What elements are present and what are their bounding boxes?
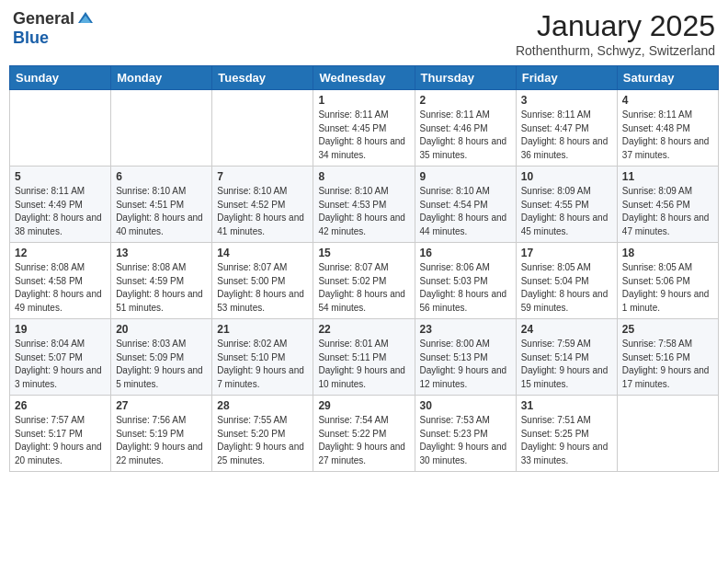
- day-info: Sunrise: 8:10 AMSunset: 4:52 PMDaylight:…: [217, 185, 308, 238]
- week-row-5: 26Sunrise: 7:57 AMSunset: 5:17 PMDayligh…: [10, 396, 719, 472]
- calendar-cell: 16Sunrise: 8:06 AMSunset: 5:03 PMDayligh…: [415, 243, 516, 319]
- day-number: 20: [116, 323, 207, 336]
- day-info: Sunrise: 8:08 AMSunset: 4:58 PMDaylight:…: [15, 261, 106, 315]
- day-info: Sunrise: 8:10 AMSunset: 4:51 PMDaylight:…: [116, 185, 207, 238]
- day-number: 13: [116, 247, 207, 259]
- day-number: 7: [217, 170, 308, 183]
- day-number: 5: [15, 170, 106, 183]
- calendar-cell: 1Sunrise: 8:11 AMSunset: 4:45 PMDaylight…: [313, 90, 415, 167]
- calendar-cell: [212, 90, 313, 167]
- calendar-cell: 2Sunrise: 8:11 AMSunset: 4:46 PMDaylight…: [415, 90, 516, 167]
- day-info: Sunrise: 8:01 AMSunset: 5:11 PMDaylight:…: [318, 338, 409, 391]
- day-info: Sunrise: 8:10 AMSunset: 4:54 PMDaylight:…: [420, 185, 511, 238]
- day-info: Sunrise: 7:53 AMSunset: 5:23 PMDaylight:…: [420, 414, 511, 467]
- calendar-cell: 14Sunrise: 8:07 AMSunset: 5:00 PMDayligh…: [212, 243, 313, 319]
- calendar-cell: 10Sunrise: 8:09 AMSunset: 4:55 PMDayligh…: [516, 167, 617, 243]
- week-row-2: 5Sunrise: 8:11 AMSunset: 4:49 PMDaylight…: [10, 167, 719, 243]
- day-header-sunday: Sunday: [10, 66, 111, 90]
- day-number: 21: [217, 323, 308, 336]
- day-number: 15: [318, 247, 409, 259]
- day-number: 17: [521, 247, 612, 259]
- calendar-cell: 27Sunrise: 7:56 AMSunset: 5:19 PMDayligh…: [111, 396, 212, 472]
- calendar-cell: 15Sunrise: 8:07 AMSunset: 5:02 PMDayligh…: [313, 243, 415, 319]
- calendar-cell: 25Sunrise: 7:58 AMSunset: 5:16 PMDayligh…: [617, 319, 718, 396]
- day-number: 23: [420, 323, 511, 336]
- day-info: Sunrise: 8:11 AMSunset: 4:48 PMDaylight:…: [622, 109, 713, 162]
- day-number: 2: [420, 94, 511, 107]
- day-number: 22: [318, 323, 409, 336]
- logo-general-text: General: [13, 9, 74, 29]
- day-number: 31: [521, 399, 612, 412]
- day-info: Sunrise: 8:07 AMSunset: 5:00 PMDaylight:…: [217, 261, 308, 315]
- calendar-cell: 23Sunrise: 8:00 AMSunset: 5:13 PMDayligh…: [415, 319, 516, 396]
- day-number: 27: [116, 399, 207, 412]
- calendar-cell: 28Sunrise: 7:55 AMSunset: 5:20 PMDayligh…: [212, 396, 313, 472]
- day-number: 10: [521, 170, 612, 183]
- logo-blue-text: Blue: [13, 29, 49, 48]
- calendar-cell: 8Sunrise: 8:10 AMSunset: 4:53 PMDaylight…: [313, 167, 415, 243]
- calendar-cell: 6Sunrise: 8:10 AMSunset: 4:51 PMDaylight…: [111, 167, 212, 243]
- day-number: 4: [622, 94, 713, 107]
- day-info: Sunrise: 8:09 AMSunset: 4:55 PMDaylight:…: [521, 185, 612, 238]
- calendar-cell: 13Sunrise: 8:08 AMSunset: 4:59 PMDayligh…: [111, 243, 212, 319]
- day-info: Sunrise: 7:54 AMSunset: 5:22 PMDaylight:…: [318, 414, 409, 467]
- day-number: 26: [15, 399, 106, 412]
- calendar-cell: [10, 90, 111, 167]
- calendar-cell: 29Sunrise: 7:54 AMSunset: 5:22 PMDayligh…: [313, 396, 415, 472]
- day-info: Sunrise: 7:59 AMSunset: 5:14 PMDaylight:…: [521, 338, 612, 391]
- week-row-1: 1Sunrise: 8:11 AMSunset: 4:45 PMDaylight…: [10, 90, 719, 167]
- day-info: Sunrise: 8:05 AMSunset: 5:06 PMDaylight:…: [622, 261, 713, 315]
- day-info: Sunrise: 8:04 AMSunset: 5:07 PMDaylight:…: [15, 338, 106, 391]
- calendar-cell: [617, 396, 718, 472]
- day-number: 12: [15, 247, 106, 259]
- day-info: Sunrise: 7:58 AMSunset: 5:16 PMDaylight:…: [622, 338, 713, 391]
- calendar-cell: 9Sunrise: 8:10 AMSunset: 4:54 PMDaylight…: [415, 167, 516, 243]
- day-number: 18: [622, 247, 713, 259]
- day-number: 11: [622, 170, 713, 183]
- month-year: January 2025: [516, 9, 715, 43]
- calendar-cell: 18Sunrise: 8:05 AMSunset: 5:06 PMDayligh…: [617, 243, 718, 319]
- calendar-cell: 24Sunrise: 7:59 AMSunset: 5:14 PMDayligh…: [516, 319, 617, 396]
- calendar-cell: 30Sunrise: 7:53 AMSunset: 5:23 PMDayligh…: [415, 396, 516, 472]
- day-info: Sunrise: 7:51 AMSunset: 5:25 PMDaylight:…: [521, 414, 612, 467]
- calendar-cell: 21Sunrise: 8:02 AMSunset: 5:10 PMDayligh…: [212, 319, 313, 396]
- day-number: 30: [420, 399, 511, 412]
- calendar-cell: 7Sunrise: 8:10 AMSunset: 4:52 PMDaylight…: [212, 167, 313, 243]
- day-number: 3: [521, 94, 612, 107]
- day-info: Sunrise: 8:02 AMSunset: 5:10 PMDaylight:…: [217, 338, 308, 391]
- day-number: 9: [420, 170, 511, 183]
- calendar-cell: 31Sunrise: 7:51 AMSunset: 5:25 PMDayligh…: [516, 396, 617, 472]
- day-info: Sunrise: 8:06 AMSunset: 5:03 PMDaylight:…: [420, 261, 511, 315]
- day-info: Sunrise: 7:56 AMSunset: 5:19 PMDaylight:…: [116, 414, 207, 467]
- day-number: 29: [318, 399, 409, 412]
- logo-icon: [76, 10, 95, 29]
- day-number: 28: [217, 399, 308, 412]
- day-info: Sunrise: 8:05 AMSunset: 5:04 PMDaylight:…: [521, 261, 612, 315]
- day-info: Sunrise: 8:11 AMSunset: 4:46 PMDaylight:…: [420, 109, 511, 162]
- day-info: Sunrise: 7:55 AMSunset: 5:20 PMDaylight:…: [217, 414, 308, 467]
- calendar-cell: 19Sunrise: 8:04 AMSunset: 5:07 PMDayligh…: [10, 319, 111, 396]
- day-number: 16: [420, 247, 511, 259]
- day-number: 25: [622, 323, 713, 336]
- calendar-cell: 20Sunrise: 8:03 AMSunset: 5:09 PMDayligh…: [111, 319, 212, 396]
- calendar-cell: [111, 90, 212, 167]
- logo: General Blue: [13, 9, 95, 48]
- location: Rothenthurm, Schwyz, Switzerland: [516, 43, 715, 58]
- day-number: 14: [217, 247, 308, 259]
- day-number: 1: [318, 94, 409, 107]
- day-number: 6: [116, 170, 207, 183]
- day-number: 19: [15, 323, 106, 336]
- week-row-3: 12Sunrise: 8:08 AMSunset: 4:58 PMDayligh…: [10, 243, 719, 319]
- day-headers-row: SundayMondayTuesdayWednesdayThursdayFrid…: [10, 66, 719, 90]
- calendar-cell: 4Sunrise: 8:11 AMSunset: 4:48 PMDaylight…: [617, 90, 718, 167]
- day-info: Sunrise: 8:11 AMSunset: 4:49 PMDaylight:…: [15, 185, 106, 238]
- title-section: January 2025 Rothenthurm, Schwyz, Switze…: [516, 9, 715, 58]
- day-info: Sunrise: 8:11 AMSunset: 4:45 PMDaylight:…: [318, 109, 409, 162]
- day-header-saturday: Saturday: [617, 66, 718, 90]
- day-number: 24: [521, 323, 612, 336]
- day-info: Sunrise: 8:03 AMSunset: 5:09 PMDaylight:…: [116, 338, 207, 391]
- page-header: General Blue January 2025 Rothenthurm, S…: [9, 9, 719, 58]
- calendar-cell: 12Sunrise: 8:08 AMSunset: 4:58 PMDayligh…: [10, 243, 111, 319]
- day-number: 8: [318, 170, 409, 183]
- day-header-wednesday: Wednesday: [313, 66, 415, 90]
